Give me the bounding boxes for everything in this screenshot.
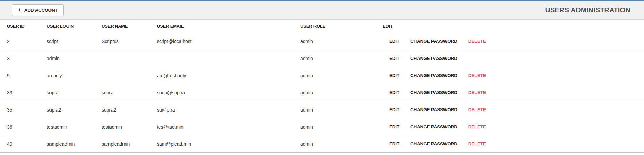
table-row: 33 supra supra soup@sup.ra admin EDIT CH… <box>0 84 644 101</box>
cell-user-id: 33 <box>7 90 47 95</box>
cell-user-id: 35 <box>7 107 47 113</box>
table-row: 36 testadmin testadmin tes@tad.min admin… <box>0 118 644 135</box>
cell-actions: EDIT CHANGE PASSWORD DELETE <box>383 124 644 129</box>
users-table: USER ID USER LOGIN USER NAME USER EMAIL … <box>0 20 644 153</box>
add-account-button[interactable]: + ADD ACCOUNT <box>12 4 64 16</box>
delete-button[interactable]: DELETE <box>468 39 486 44</box>
cell-user-role: admin <box>300 73 383 78</box>
change-password-button[interactable]: CHANGE PASSWORD <box>410 107 457 112</box>
delete-button[interactable]: DELETE <box>468 124 486 129</box>
cell-user-email: script@localhost <box>157 39 300 44</box>
delete-button[interactable]: DELETE <box>468 73 486 78</box>
cell-user-name: supra <box>102 90 157 95</box>
cell-user-id: 36 <box>7 124 47 130</box>
edit-button[interactable]: EDIT <box>389 124 399 129</box>
edit-button[interactable]: EDIT <box>389 90 399 95</box>
cell-user-name: sampleadmin <box>102 141 157 147</box>
cell-actions: EDIT CHANGE PASSWORD DELETE <box>383 90 644 95</box>
table-row: 2 script Scriptus script@localhost admin… <box>0 33 644 50</box>
add-account-label: ADD ACCOUNT <box>24 8 58 13</box>
cell-user-email: soup@sup.ra <box>157 90 300 95</box>
cell-user-login: script <box>47 39 102 44</box>
table-row: 40 sampleadmin sampleadmin sam@plead.min… <box>0 135 644 153</box>
column-header-user-login: USER LOGIN <box>47 24 102 29</box>
cell-user-role: admin <box>300 90 383 95</box>
cell-user-role: admin <box>300 56 383 61</box>
delete-button[interactable]: DELETE <box>468 90 486 95</box>
cell-user-email: su@p.ra <box>157 107 300 113</box>
cell-actions: EDIT CHANGE PASSWORD DELETE <box>383 39 644 44</box>
cell-user-role: admin <box>300 107 383 113</box>
column-header-edit: EDIT <box>383 24 644 29</box>
edit-button[interactable]: EDIT <box>389 73 399 78</box>
change-password-button[interactable]: CHANGE PASSWORD <box>410 141 457 146</box>
cell-user-login: supra2 <box>47 107 102 113</box>
cell-actions: EDIT CHANGE PASSWORD <box>383 56 644 61</box>
change-password-button[interactable]: CHANGE PASSWORD <box>410 39 457 44</box>
cell-user-id: 2 <box>7 39 47 44</box>
column-header-user-email: USER EMAIL <box>157 24 300 29</box>
column-header-user-name: USER NAME <box>102 24 157 29</box>
cell-user-login: supra <box>47 90 102 95</box>
cell-actions: EDIT CHANGE PASSWORD DELETE <box>383 141 644 146</box>
cell-user-id: 3 <box>7 56 47 61</box>
change-password-button[interactable]: CHANGE PASSWORD <box>410 73 457 78</box>
delete-button[interactable]: DELETE <box>468 141 486 146</box>
change-password-button[interactable]: CHANGE PASSWORD <box>410 56 457 61</box>
cell-user-email: sam@plead.min <box>157 141 300 147</box>
cell-user-name: Scriptus <box>102 39 157 44</box>
page-title: USERS ADMINISTRATION <box>545 6 630 14</box>
cell-user-email: tes@tad.min <box>157 124 300 130</box>
cell-user-login: testadmin <box>47 124 102 130</box>
cell-user-login: admin <box>47 56 102 61</box>
cell-user-name: testadmin <box>102 124 157 130</box>
edit-button[interactable]: EDIT <box>389 56 399 61</box>
edit-button[interactable]: EDIT <box>389 107 399 112</box>
cell-user-id: 9 <box>7 73 47 78</box>
cell-user-name: supra2 <box>102 107 157 113</box>
top-bar: + ADD ACCOUNT USERS ADMINISTRATION <box>0 0 644 20</box>
cell-user-login: sampleadmin <box>47 141 102 147</box>
cell-user-role: admin <box>300 39 383 44</box>
plus-icon: + <box>18 7 21 13</box>
cell-user-id: 40 <box>7 141 47 147</box>
cell-user-email: arc@rest.only <box>157 73 300 78</box>
cell-user-role: admin <box>300 124 383 130</box>
table-row: 35 supra2 supra2 su@p.ra admin EDIT CHAN… <box>0 101 644 118</box>
table-row: 9 arconly arc@rest.only admin EDIT CHANG… <box>0 67 644 84</box>
table-header-row: USER ID USER LOGIN USER NAME USER EMAIL … <box>0 20 644 33</box>
change-password-button[interactable]: CHANGE PASSWORD <box>410 90 457 95</box>
table-row: 3 admin admin EDIT CHANGE PASSWORD <box>0 50 644 67</box>
table-body: 2 script Scriptus script@localhost admin… <box>0 33 644 153</box>
cell-actions: EDIT CHANGE PASSWORD DELETE <box>383 107 644 112</box>
column-header-user-id: USER ID <box>7 24 47 29</box>
edit-button[interactable]: EDIT <box>389 39 399 44</box>
delete-button[interactable]: DELETE <box>468 107 486 112</box>
change-password-button[interactable]: CHANGE PASSWORD <box>410 124 457 129</box>
column-header-user-role: USER ROLE <box>300 24 383 29</box>
edit-button[interactable]: EDIT <box>389 141 399 146</box>
cell-user-login: arconly <box>47 73 102 78</box>
cell-user-role: admin <box>300 141 383 147</box>
cell-actions: EDIT CHANGE PASSWORD DELETE <box>383 73 644 78</box>
